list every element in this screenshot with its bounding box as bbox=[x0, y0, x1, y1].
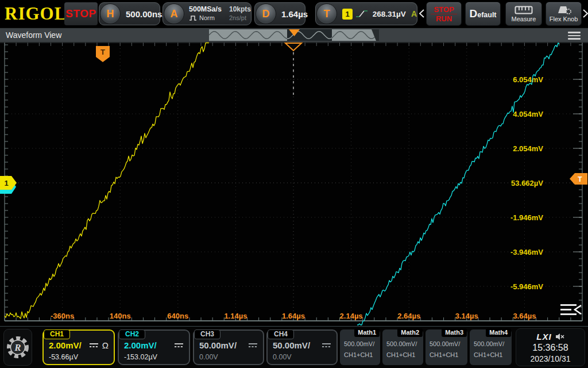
trace-ch1 bbox=[5, 43, 209, 319]
math-box-math3[interactable]: Math3 500.00mV/ CH1+CH1 bbox=[425, 329, 467, 365]
trigger-knob[interactable]: T bbox=[316, 3, 337, 24]
volt-label: 2.054mV bbox=[513, 144, 543, 153]
math4-scale: 500.00mV/ bbox=[470, 340, 512, 347]
math1-scale: 500.00mV/ bbox=[340, 340, 380, 347]
math2-tab[interactable]: Math2 bbox=[397, 328, 423, 337]
graticule: 6.054mV4.054mV2.054mV53.662µV-1.946mV-3.… bbox=[0, 42, 588, 326]
sample-rate: 500MSa/s bbox=[189, 6, 226, 13]
svg-text:T: T bbox=[100, 48, 105, 56]
math2-expression: CH1+CH1 bbox=[382, 351, 423, 358]
volt-label: 6.054mV bbox=[513, 75, 543, 84]
channel-box-ch4[interactable]: CH4 50.00mV/ 0.00V bbox=[266, 329, 338, 365]
record-overview-strip[interactable] bbox=[209, 29, 379, 41]
toolbar-scroll-right-icon[interactable] bbox=[582, 9, 588, 18]
rising-edge-icon bbox=[355, 9, 368, 19]
horizontal-scale-control[interactable]: H 500.00ns/ bbox=[99, 2, 160, 25]
rigol-gear-logo[interactable]: R bbox=[3, 329, 32, 366]
math3-tab[interactable]: Math3 bbox=[442, 328, 467, 337]
memory-depth: 10kpts bbox=[229, 6, 251, 13]
trigger-level-value: 268.31µV bbox=[373, 10, 406, 18]
delay-control[interactable]: D 1.64µs bbox=[254, 2, 305, 25]
svg-text:T: T bbox=[578, 175, 582, 183]
volt-label: 53.662µV bbox=[511, 179, 543, 187]
time-label: 140ns bbox=[110, 312, 131, 320]
ch2-scale: 2.00mV/ bbox=[124, 340, 157, 350]
flex-knob-button[interactable]: Flex Knob bbox=[546, 2, 582, 26]
math4-tab[interactable]: Math4 bbox=[486, 328, 511, 337]
gear-r-icon: R bbox=[6, 332, 30, 363]
dc-coupling-icon bbox=[322, 343, 331, 348]
trigger-control[interactable]: T 1 268.31µV A bbox=[315, 2, 417, 25]
run-label: RUN bbox=[431, 14, 457, 23]
channel-tab-ch1[interactable]: CH1 bbox=[44, 329, 70, 339]
math2-scale: 500.00mV/ bbox=[382, 340, 423, 347]
view-title: Waveform View bbox=[6, 30, 61, 40]
horizontal-scale-value: 500.00ns/ bbox=[126, 9, 165, 19]
ch3-offset: 0.00V bbox=[194, 353, 263, 361]
time-label: 3.64µs bbox=[513, 312, 536, 320]
default-label: Default bbox=[469, 7, 496, 20]
channel-tab-ch4[interactable]: CH4 bbox=[268, 329, 294, 339]
ruler-icon bbox=[514, 6, 533, 14]
delay-value: 1.64µs bbox=[281, 9, 308, 19]
acquire-mode: Norm bbox=[199, 14, 215, 22]
plot-menu-icon[interactable] bbox=[560, 304, 577, 306]
delay-knob[interactable]: D bbox=[256, 3, 276, 24]
flex-knob-label: Flex Knob bbox=[550, 16, 578, 22]
knob-icon bbox=[555, 5, 572, 14]
time-label: 1.64µs bbox=[282, 312, 305, 320]
system-status-panel[interactable]: LXI 15:36:58 2023/10/31 bbox=[516, 328, 585, 366]
volt-label: -1.946mV bbox=[510, 213, 543, 222]
acquire-control[interactable]: A 500MSa/s Norm 10kpts 2ns/pt bbox=[163, 2, 252, 25]
measure-label: Measure bbox=[512, 16, 536, 22]
math-box-math1[interactable]: Math1 500.00mV/ CH1+CH1 bbox=[340, 329, 380, 365]
math-box-math2[interactable]: Math2 500.00mV/ CH1+CH1 bbox=[382, 329, 423, 365]
stop-run-button[interactable]: STOP RUN bbox=[426, 2, 462, 26]
volt-label: -3.946mV bbox=[510, 248, 543, 256]
channel-box-ch3[interactable]: CH3 50.00mV/ 0.00V bbox=[193, 329, 264, 365]
time-label: 1.14µs bbox=[224, 312, 247, 320]
default-button[interactable]: Default bbox=[465, 2, 501, 26]
top-toolbar: RIGOL STOP H 500.00ns/ A 500MSa/s Norm 1… bbox=[0, 0, 588, 28]
system-time: 15:36:58 bbox=[532, 343, 568, 353]
volt-label: 4.054mV bbox=[513, 110, 543, 118]
stop-label: STOP bbox=[431, 5, 457, 14]
ch3-scale: 50.00mV/ bbox=[199, 340, 237, 350]
ch1-offset: -53.66µV bbox=[44, 353, 114, 361]
dc-coupling-icon bbox=[174, 343, 184, 348]
channel-tab-ch2[interactable]: CH2 bbox=[119, 329, 145, 339]
math3-expression: CH1+CH1 bbox=[425, 351, 467, 358]
channel-box-ch2[interactable]: CH2 2.00mV/ -153.02µV bbox=[118, 329, 190, 365]
ch1-scale: 2.00mV/ bbox=[49, 340, 82, 350]
ch2-offset: -153.02µV bbox=[119, 353, 189, 361]
ch1-impedance: Ω bbox=[102, 340, 109, 350]
lxi-label: LXI bbox=[536, 332, 551, 342]
math4-expression: CH1+CH1 bbox=[470, 351, 512, 358]
oscilloscope-screen: RIGOL STOP H 500.00ns/ A 500MSa/s Norm 1… bbox=[0, 0, 588, 368]
sample-resolution: 2ns/pt bbox=[229, 14, 251, 22]
horizontal-ref-marker[interactable] bbox=[285, 43, 301, 51]
svg-text:1: 1 bbox=[4, 179, 8, 187]
channel-tab-ch3[interactable]: CH3 bbox=[194, 329, 220, 339]
time-label: 2.14µs bbox=[340, 312, 363, 320]
menu-icon[interactable] bbox=[568, 32, 581, 40]
toolbar-scroll-left-icon[interactable] bbox=[419, 9, 425, 18]
svg-text:R: R bbox=[14, 342, 21, 353]
acquisition-status-badge: STOP bbox=[64, 2, 98, 25]
time-label: 2.64µs bbox=[397, 312, 420, 320]
measure-button[interactable]: Measure bbox=[505, 2, 542, 26]
dc-coupling-icon bbox=[248, 343, 258, 348]
speaker-muted-icon bbox=[555, 333, 564, 340]
acquire-knob[interactable]: A bbox=[164, 3, 184, 24]
trigger-sweep-mode: A bbox=[411, 9, 417, 18]
system-date: 2023/10/31 bbox=[530, 354, 570, 363]
waveform-display[interactable]: 6.054mV4.054mV2.054mV53.662µV-1.946mV-3.… bbox=[0, 42, 588, 326]
rigol-logo: RIGOL bbox=[5, 3, 67, 24]
math-box-math4[interactable]: Math4 500.00mV/ CH1+CH1 bbox=[470, 329, 512, 365]
math3-scale: 500.00mV/ bbox=[425, 340, 467, 347]
channel-box-ch1[interactable]: CH1 2.00mV/ Ω -53.66µV bbox=[42, 329, 115, 365]
math1-tab[interactable]: Math1 bbox=[354, 328, 380, 337]
dc-coupling-icon bbox=[89, 343, 99, 348]
pulse-icon bbox=[189, 15, 197, 21]
horizontal-knob[interactable]: H bbox=[100, 3, 121, 24]
